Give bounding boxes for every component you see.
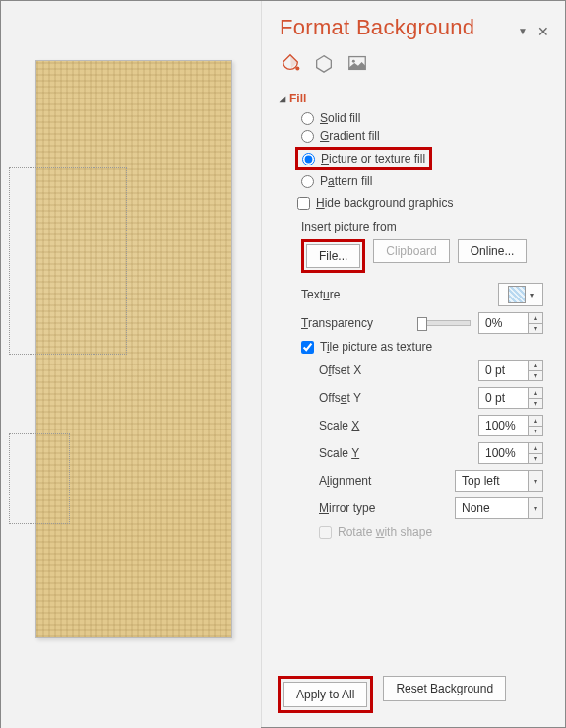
alignment-value[interactable] bbox=[455, 470, 528, 492]
spinner-up-icon[interactable]: ▲ bbox=[529, 416, 542, 427]
panel-tabs bbox=[280, 52, 549, 78]
highlight-file-button: File... bbox=[301, 239, 365, 273]
scale-y-spinner[interactable]: ▲▼ bbox=[478, 442, 543, 464]
spinner-down-icon[interactable]: ▼ bbox=[529, 427, 542, 436]
format-background-panel: Format Background ▼ ✕ ◢ Fill Solid fill bbox=[261, 1, 565, 727]
fill-section-header[interactable]: ◢ Fill bbox=[280, 92, 549, 105]
close-icon[interactable]: ✕ bbox=[537, 24, 549, 39]
spinner-down-icon[interactable]: ▼ bbox=[529, 454, 542, 464]
svg-point-3 bbox=[352, 60, 355, 63]
clipboard-button: Clipboard bbox=[373, 239, 449, 263]
texture-picker[interactable]: ▾ bbox=[498, 283, 543, 306]
insert-picture-from-label: Insert picture from bbox=[301, 220, 549, 233]
panel-footer: Apply to All Reset Background bbox=[262, 664, 565, 727]
panel-title: Format Background bbox=[280, 15, 474, 40]
spinner-up-icon[interactable]: ▲ bbox=[529, 313, 542, 324]
spinner-down-icon[interactable]: ▼ bbox=[529, 399, 542, 409]
radio-solid-fill[interactable]: Solid fill bbox=[301, 111, 549, 125]
check-tile-picture[interactable]: Tile picture as texture bbox=[301, 340, 549, 354]
file-button[interactable]: File... bbox=[306, 244, 360, 268]
checkbox-label: Hide background graphics bbox=[316, 196, 453, 210]
svg-point-0 bbox=[295, 66, 299, 70]
alignment-label: Alignment bbox=[319, 474, 455, 488]
fill-tab-icon[interactable] bbox=[280, 52, 301, 78]
mirror-type-label: Mirror type bbox=[319, 501, 455, 515]
offset-y-input[interactable] bbox=[478, 387, 528, 409]
offset-x-spinner[interactable]: ▲▼ bbox=[478, 360, 543, 381]
radio-input[interactable] bbox=[301, 130, 314, 143]
checkbox-input[interactable] bbox=[301, 341, 314, 354]
transparency-spinner[interactable]: ▲▼ bbox=[478, 312, 543, 334]
spinner-down-icon[interactable]: ▼ bbox=[529, 324, 542, 334]
transparency-input[interactable] bbox=[478, 312, 528, 334]
radio-pattern-fill[interactable]: Pattern fill bbox=[301, 174, 549, 188]
effects-tab-icon[interactable] bbox=[313, 52, 335, 78]
highlight-apply-all: Apply to All bbox=[278, 676, 373, 713]
mirror-value[interactable] bbox=[455, 497, 528, 519]
collapse-triangle-icon: ◢ bbox=[280, 95, 285, 103]
slide-canvas-area bbox=[1, 1, 261, 728]
svg-marker-1 bbox=[317, 56, 332, 72]
texture-label: Texture bbox=[301, 288, 498, 301]
offset-x-label: Offset X bbox=[319, 364, 478, 377]
checkbox-label: Rotate with shape bbox=[338, 525, 432, 539]
alignment-dropdown[interactable]: ▾ bbox=[455, 470, 543, 492]
reset-background-button[interactable]: Reset Background bbox=[383, 676, 506, 701]
placeholder-outline bbox=[9, 167, 127, 355]
transparency-slider[interactable] bbox=[419, 320, 471, 326]
radio-label: Pattern fill bbox=[320, 174, 372, 188]
placeholder-outline bbox=[9, 433, 70, 524]
radio-input[interactable] bbox=[302, 153, 315, 165]
scale-x-spinner[interactable]: ▲▼ bbox=[478, 415, 543, 436]
spinner-up-icon[interactable]: ▲ bbox=[529, 388, 542, 399]
spinner-up-icon[interactable]: ▲ bbox=[529, 443, 542, 454]
offset-y-spinner[interactable]: ▲▼ bbox=[478, 387, 543, 409]
radio-label: Picture or texture fill bbox=[321, 152, 425, 165]
chevron-down-icon: ▾ bbox=[530, 291, 534, 299]
offset-x-input[interactable] bbox=[478, 360, 528, 381]
check-rotate-with-shape: Rotate with shape bbox=[319, 525, 549, 539]
offset-y-label: Offset Y bbox=[319, 391, 478, 405]
scale-x-input[interactable] bbox=[478, 415, 528, 436]
spinner-down-icon[interactable]: ▼ bbox=[529, 371, 542, 381]
radio-picture-texture-fill[interactable]: Picture or texture fill bbox=[302, 152, 425, 165]
radio-label: Solid fill bbox=[320, 111, 360, 125]
slide-thumbnail[interactable] bbox=[35, 60, 232, 638]
scale-x-label: Scale X bbox=[319, 419, 478, 432]
scale-y-label: Scale Y bbox=[319, 446, 478, 460]
spinner-up-icon[interactable]: ▲ bbox=[529, 361, 542, 371]
radio-gradient-fill[interactable]: Gradient fill bbox=[301, 129, 549, 143]
transparency-label: Transparency bbox=[301, 316, 419, 330]
chevron-down-icon[interactable]: ▾ bbox=[528, 497, 543, 519]
panel-menu-dropdown-icon[interactable]: ▼ bbox=[518, 26, 528, 36]
scale-y-input[interactable] bbox=[478, 442, 528, 464]
section-label: Fill bbox=[289, 92, 306, 105]
chevron-down-icon[interactable]: ▾ bbox=[528, 470, 543, 492]
checkbox-label: Tile picture as texture bbox=[320, 340, 432, 354]
radio-input[interactable] bbox=[301, 112, 314, 125]
online-button[interactable]: Online... bbox=[458, 239, 528, 263]
checkbox-input bbox=[319, 526, 332, 539]
apply-to-all-button[interactable]: Apply to All bbox=[283, 682, 367, 707]
radio-label: Gradient fill bbox=[320, 129, 380, 143]
checkbox-input[interactable] bbox=[297, 197, 310, 210]
highlight-picture-texture: Picture or texture fill bbox=[295, 147, 432, 170]
check-hide-background[interactable]: Hide background graphics bbox=[297, 196, 549, 210]
radio-input[interactable] bbox=[301, 175, 314, 188]
texture-swatch-icon bbox=[508, 286, 526, 303]
mirror-type-dropdown[interactable]: ▾ bbox=[455, 497, 543, 519]
picture-tab-icon[interactable] bbox=[346, 52, 368, 78]
